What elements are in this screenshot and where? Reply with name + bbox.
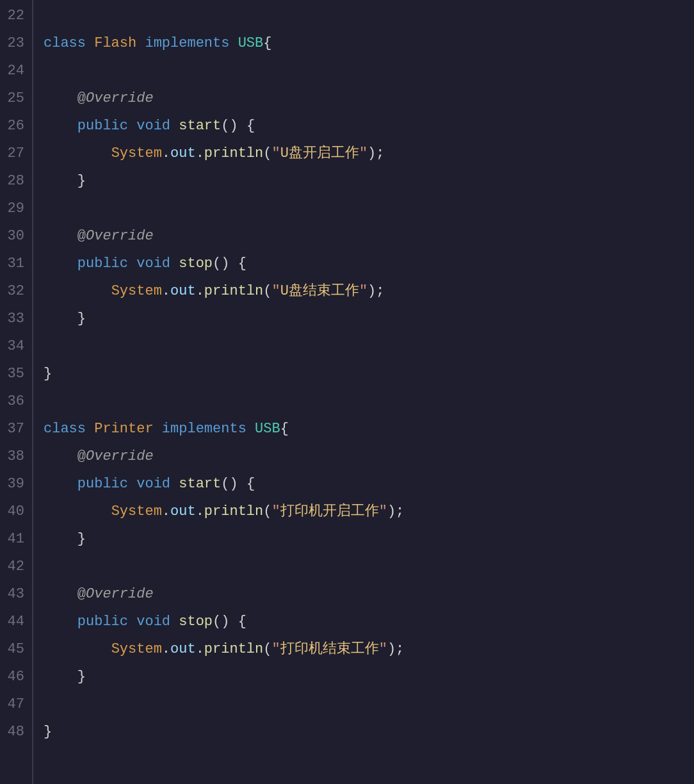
line-number: 33 [5, 306, 24, 333]
token: 打印机开启工作 [280, 498, 379, 526]
code-line[interactable] [44, 58, 694, 85]
token: @ [77, 443, 86, 471]
code-line[interactable]: } [44, 719, 694, 746]
code-line[interactable]: System.out.println("U盘开启工作"); [44, 140, 694, 168]
token: public [77, 113, 128, 140]
code-line[interactable]: public void stop() { [44, 250, 694, 278]
token: () [213, 608, 229, 636]
code-line[interactable]: } [44, 361, 694, 388]
code-line[interactable]: } [44, 526, 694, 553]
token [170, 471, 179, 498]
line-number: 25 [5, 85, 24, 113]
token [136, 30, 145, 58]
token: class [44, 30, 86, 58]
token: implements [145, 30, 229, 58]
token: out [170, 140, 196, 168]
token [229, 30, 238, 58]
line-number-gutter: 2223242526272829303132333435363738394041… [0, 0, 33, 784]
token: ( [263, 498, 271, 526]
code-line[interactable] [44, 195, 694, 223]
token: System [111, 278, 162, 306]
token: " [271, 498, 280, 526]
token: " [379, 498, 387, 526]
code-line[interactable] [44, 388, 694, 416]
code-line[interactable]: System.out.println("打印机结束工作"); [44, 636, 694, 664]
line-number: 38 [5, 443, 24, 471]
token [238, 113, 246, 140]
code-line[interactable]: @Override [44, 85, 694, 113]
token: println [204, 278, 263, 306]
code-line[interactable] [44, 333, 694, 361]
token: . [196, 636, 204, 664]
token: out [170, 278, 196, 306]
line-number: 42 [5, 553, 24, 581]
token: ; [396, 636, 404, 664]
token [170, 113, 179, 140]
line-number: 26 [5, 113, 24, 140]
code-line[interactable]: System.out.println("打印机开启工作"); [44, 498, 694, 526]
line-number: 40 [5, 498, 24, 526]
code-line[interactable]: @Override [44, 581, 694, 608]
token: void [136, 471, 170, 498]
token: " [359, 140, 367, 168]
token: implements [162, 416, 246, 443]
token: void [136, 250, 170, 278]
code-line[interactable]: public void start() { [44, 113, 694, 140]
code-line[interactable]: } [44, 664, 694, 691]
token: Override [86, 223, 154, 250]
token: . [162, 636, 170, 664]
token: . [196, 278, 204, 306]
token: @ [77, 581, 86, 608]
code-line[interactable] [44, 691, 694, 719]
token: public [77, 608, 128, 636]
line-number: 22 [5, 3, 24, 30]
token [154, 416, 162, 443]
line-number: 28 [5, 168, 24, 195]
code-line[interactable]: class Flash implements USB{ [44, 30, 694, 58]
code-line[interactable]: public void start() { [44, 471, 694, 498]
token: System [111, 498, 162, 526]
token: USB [238, 30, 264, 58]
line-number: 44 [5, 608, 24, 636]
token: { [246, 471, 255, 498]
code-editor[interactable]: 2223242526272829303132333435363738394041… [0, 0, 694, 784]
token: } [44, 719, 52, 746]
token [238, 471, 246, 498]
code-line[interactable]: @Override [44, 223, 694, 250]
token: { [263, 30, 271, 58]
token: Override [86, 85, 154, 113]
token: System [111, 140, 162, 168]
code-line[interactable]: } [44, 306, 694, 333]
token: Flash [94, 30, 136, 58]
code-line[interactable]: } [44, 168, 694, 195]
line-number: 39 [5, 471, 24, 498]
line-number: 27 [5, 140, 24, 168]
token: U盘结束工作 [280, 278, 359, 306]
token: () [221, 113, 238, 140]
token: ) [367, 140, 376, 168]
line-number: 34 [5, 333, 24, 361]
code-area[interactable]: class Flash implements USB{ @Override pu… [33, 0, 694, 784]
line-number: 46 [5, 664, 24, 691]
token: out [170, 498, 196, 526]
token: void [136, 113, 170, 140]
code-line[interactable]: @Override [44, 443, 694, 471]
line-number: 35 [5, 361, 24, 388]
token: public [77, 250, 128, 278]
token: start [179, 471, 221, 498]
code-line[interactable] [44, 3, 694, 30]
code-line[interactable]: System.out.println("U盘结束工作"); [44, 278, 694, 306]
token: void [136, 608, 170, 636]
token: { [280, 416, 289, 443]
token: @ [77, 85, 86, 113]
code-line[interactable] [44, 553, 694, 581]
token [128, 250, 136, 278]
code-line[interactable]: class Printer implements USB{ [44, 416, 694, 443]
code-line[interactable]: public void stop() { [44, 608, 694, 636]
token [128, 471, 136, 498]
token: ( [263, 278, 271, 306]
token [128, 608, 136, 636]
token [86, 30, 94, 58]
line-number: 32 [5, 278, 24, 306]
token: { [238, 608, 246, 636]
